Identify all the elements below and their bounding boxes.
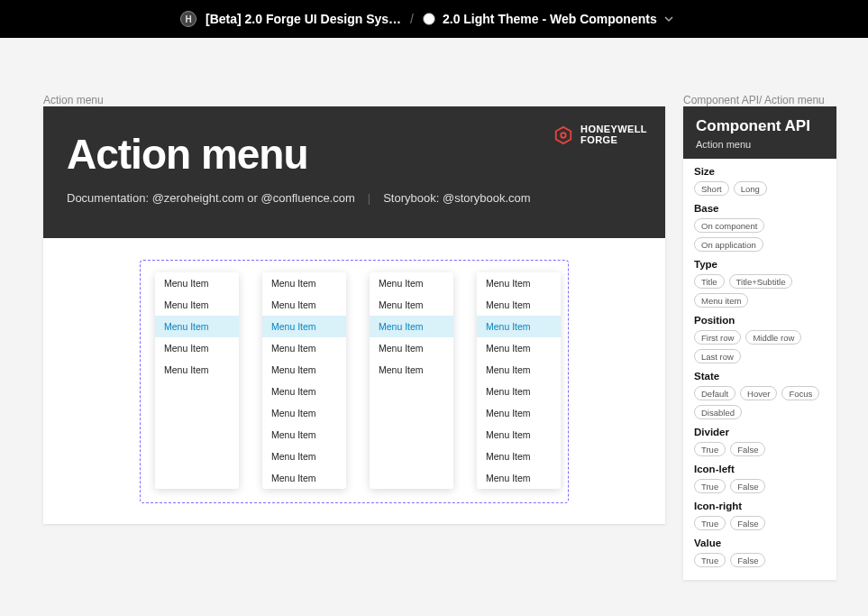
menu-item[interactable]: Menu Item <box>477 381 561 402</box>
svg-point-1 <box>561 133 566 138</box>
top-bar: H [Beta] 2.0 Forge UI Design Sys… / 2.0 … <box>0 0 868 38</box>
brand-line2: FORGE <box>580 135 647 146</box>
chip[interactable]: Title+Subtitle <box>729 274 793 289</box>
action-menu-2[interactable]: Menu ItemMenu ItemMenu ItemMenu ItemMenu… <box>370 272 453 489</box>
prop-options: TrueFalse <box>694 442 826 456</box>
menu-item[interactable]: Menu Item <box>262 272 346 294</box>
chip[interactable]: False <box>730 479 765 493</box>
prop-options: TrueFalse <box>694 479 826 493</box>
breadcrumb-separator: / <box>410 12 414 26</box>
menu-item[interactable]: Menu Item <box>262 381 346 402</box>
menu-item[interactable]: Menu Item <box>477 467 561 489</box>
frame-label-main[interactable]: Action menu <box>43 94 104 106</box>
divider-pipe: | <box>368 191 370 205</box>
chip[interactable]: On component <box>694 218 764 233</box>
chip[interactable]: Disabled <box>694 405 742 419</box>
demo-area: Menu ItemMenu ItemMenu ItemMenu ItemMenu… <box>43 238 665 524</box>
prop-label: Value <box>694 538 826 548</box>
doc-or: or <box>244 191 261 205</box>
chip[interactable]: First row <box>694 330 741 345</box>
chip[interactable]: False <box>730 516 765 530</box>
menu-item[interactable]: Menu Item <box>370 337 453 359</box>
prop-options: TitleTitle+SubtitleMenu item <box>694 274 826 308</box>
prop-type: TypeTitleTitle+SubtitleMenu item <box>683 252 836 308</box>
menu-item[interactable]: Menu Item <box>477 359 561 381</box>
menu-item[interactable]: Menu Item <box>370 294 453 316</box>
chip[interactable]: Menu item <box>694 293 748 308</box>
menu-item[interactable]: Menu Item <box>477 424 561 446</box>
action-menu-3[interactable]: Menu ItemMenu ItemMenu ItemMenu ItemMenu… <box>477 272 561 489</box>
menu-item[interactable]: Menu Item <box>262 316 346 337</box>
doc-link-confluence[interactable]: @confluence.com <box>261 191 355 205</box>
prop-options: First rowMiddle rowLast row <box>694 330 826 363</box>
menu-item[interactable]: Menu Item <box>262 294 346 316</box>
doc-link-zeroheight[interactable]: @zeroheight.com <box>152 191 244 205</box>
menu-item[interactable]: Menu Item <box>477 316 561 337</box>
prop-icon-left: Icon-leftTrueFalse <box>683 456 836 493</box>
canvas[interactable]: Action menu Component API/ Action menu A… <box>0 38 868 616</box>
chip[interactable]: Hover <box>740 386 777 400</box>
component-api-header: Component API Action menu <box>683 106 836 159</box>
menu-item[interactable]: Menu Item <box>477 446 561 467</box>
prop-state: StateDefaultHoverFocusDisabled <box>683 363 836 419</box>
menu-item[interactable]: Menu Item <box>477 272 561 294</box>
breadcrumb-project[interactable]: [Beta] 2.0 Forge UI Design Sys… <box>206 12 401 26</box>
chip[interactable]: False <box>730 553 765 567</box>
svg-marker-0 <box>556 126 571 143</box>
chip[interactable]: Last row <box>694 349 741 363</box>
chip[interactable]: True <box>694 553 726 567</box>
chip[interactable]: True <box>694 442 726 456</box>
props-list: SizeShortLongBaseOn componentOn applicat… <box>683 159 836 567</box>
prop-options: TrueFalse <box>694 516 826 530</box>
prop-options: TrueFalse <box>694 553 826 567</box>
action-menu-0[interactable]: Menu ItemMenu ItemMenu ItemMenu ItemMenu… <box>155 272 239 489</box>
brand-text: HONEYWELL FORGE <box>580 124 647 145</box>
avatar[interactable]: H <box>180 11 196 27</box>
prop-options: On componentOn application <box>694 218 826 252</box>
chip[interactable]: Short <box>694 181 729 196</box>
menu-item[interactable]: Menu Item <box>155 272 239 294</box>
menu-item[interactable]: Menu Item <box>370 272 453 294</box>
storybook-label: Storybook: @storybook.com <box>383 191 531 205</box>
chip[interactable]: On application <box>694 237 763 252</box>
menu-item[interactable]: Menu Item <box>262 424 346 446</box>
menu-item[interactable]: Menu Item <box>477 294 561 316</box>
menu-item[interactable]: Menu Item <box>262 359 346 381</box>
chip[interactable]: Default <box>694 386 736 400</box>
menu-item[interactable]: Menu Item <box>155 294 239 316</box>
prop-size: SizeShortLong <box>683 159 836 196</box>
menu-item[interactable]: Menu Item <box>370 316 453 337</box>
chevron-down-icon[interactable] <box>664 12 673 26</box>
chip[interactable]: False <box>730 442 765 456</box>
prop-base: BaseOn componentOn application <box>683 196 836 252</box>
chip[interactable]: True <box>694 479 726 493</box>
component-api-title: Component API <box>696 117 824 135</box>
prop-icon-right: Icon-rightTrueFalse <box>683 493 836 530</box>
menu-item[interactable]: Menu Item <box>262 337 346 359</box>
menu-item[interactable]: Menu Item <box>477 402 561 424</box>
chip[interactable]: True <box>694 516 726 530</box>
prop-label: Position <box>694 315 826 326</box>
menu-item[interactable]: Menu Item <box>155 316 239 337</box>
frame-label-side[interactable]: Component API/ Action menu <box>683 94 825 106</box>
main-frame[interactable]: Action menu Documentation: @zeroheight.c… <box>43 106 665 524</box>
breadcrumb-page[interactable]: 2.0 Light Theme - Web Components <box>443 12 657 26</box>
doc-prefix: Documentation: <box>67 191 152 205</box>
menu-item[interactable]: Menu Item <box>155 359 239 381</box>
menu-item[interactable]: Menu Item <box>262 446 346 467</box>
menu-item[interactable]: Menu Item <box>155 337 239 359</box>
chip[interactable]: Title <box>694 274 725 289</box>
chip[interactable]: Long <box>734 181 767 196</box>
chip[interactable]: Focus <box>781 386 819 400</box>
prop-options: DefaultHoverFocusDisabled <box>694 386 826 419</box>
brand: HONEYWELL FORGE <box>553 124 647 145</box>
action-menu-1[interactable]: Menu ItemMenu ItemMenu ItemMenu ItemMenu… <box>262 272 346 489</box>
story-link[interactable]: @storybook.com <box>443 191 531 205</box>
menu-item[interactable]: Menu Item <box>262 467 346 489</box>
menu-item[interactable]: Menu Item <box>262 402 346 424</box>
menu-item[interactable]: Menu Item <box>477 337 561 359</box>
chip[interactable]: Middle row <box>745 330 801 345</box>
component-api-frame[interactable]: Component API Action menu SizeShortLongB… <box>683 106 836 580</box>
menu-item[interactable]: Menu Item <box>370 359 453 381</box>
hero: Action menu Documentation: @zeroheight.c… <box>43 106 665 238</box>
